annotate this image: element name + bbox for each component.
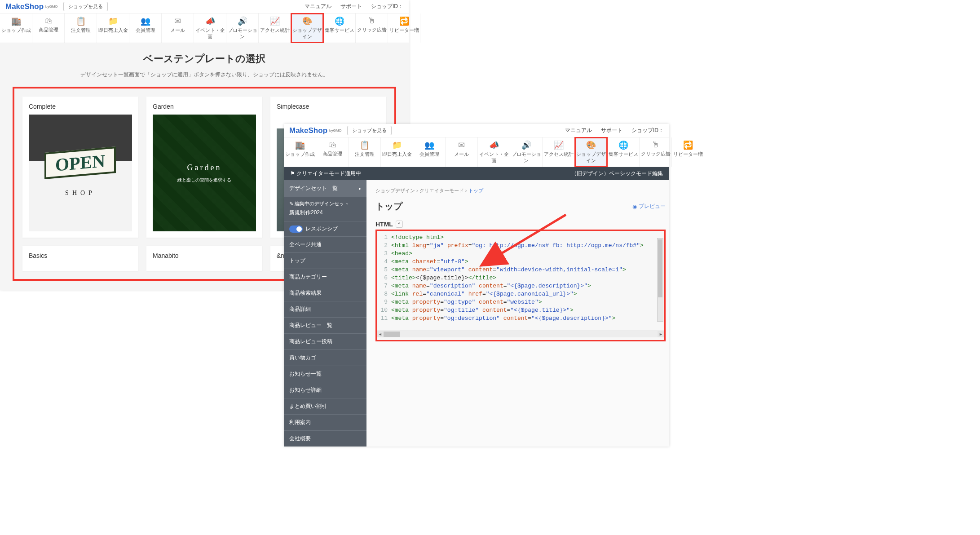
- shop-id-label: ショップID：: [631, 127, 664, 134]
- sidebar-item[interactable]: 買い物カゴ: [284, 349, 366, 366]
- support-link[interactable]: サポート: [340, 3, 362, 10]
- sidebar-item[interactable]: 商品カテゴリー: [284, 269, 366, 285]
- sidebar-item[interactable]: お知らせ詳細: [284, 382, 366, 398]
- manual-link[interactable]: マニュアル: [305, 3, 331, 10]
- code-line: 7<meta name="description" content="<{$pa…: [377, 282, 664, 290]
- line-number: 2: [377, 242, 391, 250]
- sidebar-item[interactable]: トップ: [284, 252, 366, 269]
- line-number: 5: [377, 266, 391, 274]
- line-number: 1: [377, 234, 391, 242]
- template-card[interactable]: CompleteOPENSHOP: [22, 97, 138, 238]
- nav-item-4[interactable]: 👥会員管理: [129, 13, 162, 43]
- nav-label: 即日売上入金: [382, 151, 412, 157]
- basic-mode-link[interactable]: （旧デザイン）ベーシックモード編集: [571, 170, 663, 177]
- nav-item-12[interactable]: 🔁リピーター増: [388, 13, 420, 43]
- responsive-toggle-row: レスポンシブ: [284, 221, 366, 236]
- nav-item-3[interactable]: 📁即日売上入金: [97, 13, 129, 43]
- nav-item-7[interactable]: 🔊プロモーション: [226, 13, 259, 43]
- sidebar-item[interactable]: 会社概要: [284, 430, 366, 447]
- breadcrumb-item[interactable]: クリエイターモード: [419, 188, 464, 193]
- sidebar-item[interactable]: 利用案内: [284, 414, 366, 430]
- line-number: 8: [377, 290, 391, 298]
- sidebar-item[interactable]: 商品レビュー投稿: [284, 333, 366, 349]
- scrollbar-horizontal[interactable]: [377, 331, 664, 337]
- template-card[interactable]: Manabito: [146, 246, 262, 271]
- sidebar-item[interactable]: 全ページ共通: [284, 236, 366, 252]
- nav-icon: ✉: [162, 16, 194, 26]
- template-card[interactable]: GardenGarden緑と癒しの空間を追求する: [146, 97, 262, 238]
- nav-icon: 📣: [194, 16, 226, 26]
- nav-label: 注文管理: [71, 27, 91, 33]
- nav-item-5[interactable]: ✉メール: [446, 137, 478, 167]
- nav-label: 商品管理: [39, 27, 58, 32]
- nav-item-3[interactable]: 📁即日売上入金: [381, 137, 413, 167]
- preview-link[interactable]: プレビュー: [632, 203, 666, 210]
- nav-item-1[interactable]: 🛍商品管理: [32, 13, 65, 43]
- nav-icon: 📁: [97, 16, 129, 26]
- nav-item-9[interactable]: 🎨ショップデザイン: [575, 137, 607, 167]
- template-preview: Garden緑と癒しの空間を追求する: [153, 115, 256, 231]
- nav-item-7[interactable]: 🔊プロモーション: [510, 137, 543, 167]
- code-editor[interactable]: 1<!doctype html>2<html lang="ja" prefix=…: [377, 234, 664, 331]
- sidebar-item[interactable]: 商品詳細: [284, 301, 366, 317]
- nav-label: メール: [170, 27, 185, 33]
- nav-item-5[interactable]: ✉メール: [162, 13, 194, 43]
- code-line: 11<meta property="og:description" conten…: [377, 314, 664, 323]
- template-card[interactable]: Basics: [22, 246, 138, 271]
- nav-item-4[interactable]: 👥会員管理: [413, 137, 446, 167]
- nav-icon: 🛍: [32, 16, 64, 26]
- nav-item-8[interactable]: 📈アクセス統計: [259, 13, 291, 43]
- nav-item-10[interactable]: 🌐集客サービス: [323, 13, 356, 43]
- html-label: HTML: [375, 221, 393, 228]
- nav-label: ショップ作成: [1, 27, 31, 33]
- view-shop-button[interactable]: ショップを見る: [347, 126, 392, 135]
- line-number: 11: [377, 314, 391, 323]
- nav-label: 会員管理: [136, 27, 155, 33]
- nav-item-9[interactable]: 🎨ショップデザイン: [291, 13, 323, 43]
- breadcrumb-item[interactable]: ショップデザイン: [375, 188, 415, 193]
- nav-item-2[interactable]: 📋注文管理: [65, 13, 97, 43]
- nav-item-10[interactable]: 🌐集客サービス: [607, 137, 640, 167]
- nav-item-2[interactable]: 📋注文管理: [349, 137, 381, 167]
- sidebar-item[interactable]: まとめ買い割引: [284, 398, 366, 414]
- nav-icon: 🔊: [510, 140, 542, 150]
- nav-icon: 📣: [478, 140, 510, 150]
- nav-item-6[interactable]: 📣イベント・企画: [478, 137, 510, 167]
- nav-item-11[interactable]: 🖱クリック広告: [356, 13, 388, 43]
- nav-item-6[interactable]: 📣イベント・企画: [194, 13, 226, 43]
- nav-label: リピーター増: [389, 27, 419, 33]
- support-link[interactable]: サポート: [601, 127, 622, 134]
- nav-label: メール: [454, 151, 469, 157]
- sidebar-design-list[interactable]: デザインセット一覧: [284, 180, 366, 197]
- code-line: 6<title><{$page.title}></title>: [377, 274, 664, 282]
- responsive-toggle[interactable]: [289, 225, 303, 233]
- sidebar-item[interactable]: 商品レビュー一覧: [284, 317, 366, 333]
- nav-label: 集客サービス: [609, 151, 638, 157]
- nav-label: クリック広告: [641, 151, 671, 156]
- nav-item-1[interactable]: 🛍商品管理: [316, 137, 349, 167]
- nav-item-12[interactable]: 🔁リピーター増: [672, 137, 704, 167]
- nav-item-0[interactable]: 🏬ショップ作成: [0, 13, 32, 43]
- editor-body: デザインセット一覧 編集中のデザインセット 新規制作2024 レスポンシブ 全ペ…: [284, 180, 669, 447]
- template-name: Simplecase: [277, 103, 380, 110]
- nav-icon: 🔁: [672, 140, 704, 150]
- nav-label: プロモーション: [512, 151, 541, 163]
- line-number: 10: [377, 306, 391, 314]
- collapse-icon[interactable]: ⌃: [396, 221, 403, 228]
- nav-item-0[interactable]: 🏬ショップ作成: [284, 137, 316, 167]
- logo-sup: byGMO: [329, 128, 342, 133]
- nav-item-11[interactable]: 🖱クリック広告: [640, 137, 672, 167]
- nav-item-8[interactable]: 📈アクセス統計: [543, 137, 575, 167]
- nav-label: アクセス統計: [260, 27, 290, 33]
- view-shop-button[interactable]: ショップを見る: [63, 2, 108, 11]
- sidebar-editing-label: 編集中のデザインセット: [284, 197, 366, 209]
- manual-link[interactable]: マニュアル: [565, 127, 592, 134]
- sidebar-item[interactable]: 商品検索結果: [284, 285, 366, 301]
- scrollbar-vertical[interactable]: [657, 238, 663, 322]
- nav-icon: 📁: [381, 140, 413, 150]
- sidebar-design-name: 新規制作2024: [284, 209, 366, 221]
- sidebar-item[interactable]: お知らせ一覧: [284, 366, 366, 382]
- main-header: トップ プレビュー: [375, 200, 666, 212]
- nav-label: 集客サービス: [325, 27, 354, 33]
- breadcrumb: ショップデザイン › クリエイターモード › トップ: [375, 187, 666, 194]
